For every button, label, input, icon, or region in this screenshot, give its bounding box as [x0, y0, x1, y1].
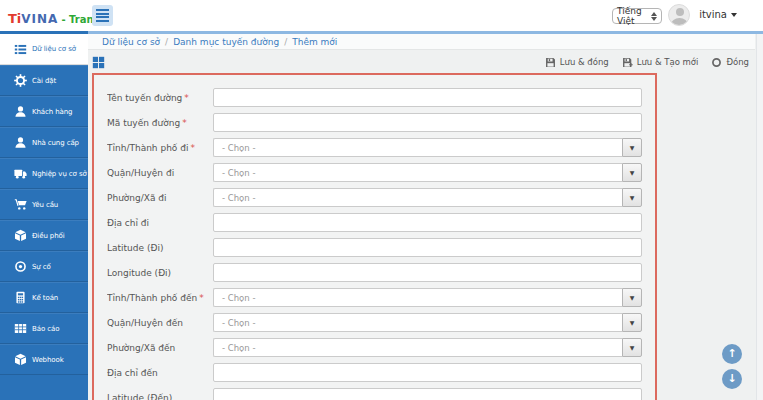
grid-icon[interactable] — [92, 56, 105, 69]
breadcrumb: Dữ liệu cơ sở/Danh mục tuyến đường/Thêm … — [88, 34, 755, 50]
sidebar-item-4[interactable]: Nghiệp vụ cơ sở — [0, 158, 88, 189]
save-new-icon — [622, 57, 633, 68]
toolbar-button-1[interactable]: Lưu & Tạo mới — [622, 57, 699, 68]
save-icon — [545, 57, 556, 68]
sidebar-item-1[interactable]: Cài đặt — [0, 65, 88, 96]
user-icon — [14, 105, 27, 118]
field-label: Địa chỉ đến — [107, 368, 213, 378]
hamburger-menu-icon[interactable] — [92, 5, 113, 26]
language-select[interactable]: Tiếng Việt — [612, 8, 662, 24]
sidebar-item-label: Sự cố — [32, 263, 51, 271]
field-select-4[interactable]: - Chọn -▼ — [213, 188, 642, 207]
select-updown-icon — [651, 12, 657, 21]
user-menu[interactable]: itvina — [699, 9, 737, 20]
field-input-5[interactable] — [213, 213, 642, 232]
select-dropdown-button[interactable]: ▼ — [622, 288, 642, 307]
required-asterisk: * — [182, 118, 187, 128]
select-dropdown-button[interactable]: ▼ — [622, 188, 642, 207]
field-select-9[interactable]: - Chọn -▼ — [213, 313, 642, 332]
sidebar-item-label: Khách hàng — [32, 108, 72, 116]
caret-down-icon — [731, 13, 737, 17]
form-row-12: Latitude (Đến) — [107, 388, 642, 400]
sidebar: Dữ liệu cơ sởCài đặtKhách hàngNhà cung c… — [0, 34, 88, 400]
required-asterisk: * — [199, 293, 204, 303]
field-select-2[interactable]: - Chọn -▼ — [213, 138, 642, 157]
toolbar-button-0[interactable]: Lưu & đóng — [545, 57, 609, 68]
field-label: Longitude (Đi) — [107, 268, 213, 278]
field-label: Latitude (Đến) — [107, 393, 213, 400]
form-row-11: Địa chỉ đến — [107, 363, 642, 382]
header-divider-left — [0, 31, 88, 34]
user-icon — [14, 136, 27, 149]
toolbar-button-2[interactable]: Đóng — [711, 57, 749, 68]
form-row-4: Phường/Xã đi- Chọn -▼ — [107, 188, 642, 207]
form-row-1: Mã tuyến đường* — [107, 113, 642, 132]
field-label: Tỉnh/Thành phố đến* — [107, 293, 213, 303]
form-row-3: Quận/Huyện đi- Chọn -▼ — [107, 163, 642, 182]
top-header: TiVINA- Trans Tiếng Việt itvina — [0, 0, 763, 31]
scroll-up-button[interactable]: ↑ — [722, 344, 742, 364]
calculator-icon — [14, 291, 27, 304]
field-input-6[interactable] — [213, 238, 642, 257]
toolbar: Lưu & đóngLưu & Tạo mớiĐóng — [92, 52, 749, 72]
sidebar-item-label: Điều phối — [32, 232, 65, 240]
select-dropdown-button[interactable]: ▼ — [622, 313, 642, 332]
avatar[interactable] — [668, 4, 690, 26]
toolbar-button-label: Lưu & đóng — [560, 57, 609, 67]
breadcrumb-item-1[interactable]: Danh mục tuyến đường — [173, 37, 279, 47]
field-label: Tỉnh/Thành phố đi* — [107, 143, 213, 153]
breadcrumb-item-2[interactable]: Thêm mới — [292, 37, 337, 47]
select-value: - Chọn - — [213, 313, 622, 332]
field-input-0[interactable] — [213, 88, 642, 107]
toolbar-button-label: Đóng — [726, 57, 749, 67]
header-divider-right — [88, 31, 763, 34]
scroll-down-button[interactable]: ↓ — [722, 369, 742, 389]
sidebar-item-10[interactable]: Webhook — [0, 344, 88, 375]
field-select-3[interactable]: - Chọn -▼ — [213, 163, 642, 182]
form-row-8: Tỉnh/Thành phố đến*- Chọn -▼ — [107, 288, 642, 307]
scrollbar[interactable] — [756, 34, 763, 400]
sidebar-item-3[interactable]: Nhà cung cấp — [0, 127, 88, 158]
sidebar-item-2[interactable]: Khách hàng — [0, 96, 88, 127]
sidebar-item-8[interactable]: Kế toán — [0, 282, 88, 313]
field-select-8[interactable]: - Chọn -▼ — [213, 288, 642, 307]
field-label: Phường/Xã đến — [107, 343, 213, 353]
field-label: Quận/Huyện đi — [107, 168, 213, 178]
sidebar-item-0[interactable]: Dữ liệu cơ sở — [0, 34, 88, 65]
sidebar-item-label: Cài đặt — [32, 77, 56, 85]
select-value: - Chọn - — [213, 288, 622, 307]
sidebar-item-5[interactable]: Yêu cầu — [0, 189, 88, 220]
sidebar-item-6[interactable]: Điều phối — [0, 220, 88, 251]
form-row-10: Phường/Xã đến- Chọn -▼ — [107, 338, 642, 357]
sidebar-item-9[interactable]: Báo cáo — [0, 313, 88, 344]
field-label: Tên tuyến đường* — [107, 93, 213, 103]
sidebar-item-label: Dữ liệu cơ sở — [32, 45, 76, 53]
field-input-7[interactable] — [213, 263, 642, 282]
field-input-11[interactable] — [213, 363, 642, 382]
sidebar-item-label: Kế toán — [32, 294, 58, 302]
sidebar-item-label: Báo cáo — [32, 325, 59, 333]
close-circle-icon — [711, 57, 722, 68]
field-select-10[interactable]: - Chọn -▼ — [213, 338, 642, 357]
select-value: - Chọn - — [213, 163, 622, 182]
select-value: - Chọn - — [213, 188, 622, 207]
form-row-0: Tên tuyến đường* — [107, 88, 642, 107]
gear-icon — [14, 74, 27, 87]
table-icon — [14, 322, 27, 335]
field-input-1[interactable] — [213, 113, 642, 132]
field-label: Mã tuyến đường* — [107, 118, 213, 128]
select-dropdown-button[interactable]: ▼ — [622, 138, 642, 157]
sidebar-item-7[interactable]: Sự cố — [0, 251, 88, 282]
field-label: Địa chỉ đi — [107, 218, 213, 228]
breadcrumb-item-0[interactable]: Dữ liệu cơ sở — [102, 37, 160, 47]
sidebar-item-label: Webhook — [32, 356, 64, 364]
select-value: - Chọn - — [213, 338, 622, 357]
select-dropdown-button[interactable]: ▼ — [622, 163, 642, 182]
field-label: Quận/Huyện đến — [107, 318, 213, 328]
form-row-7: Longitude (Đi) — [107, 263, 642, 282]
sidebar-item-label: Yêu cầu — [32, 201, 58, 209]
select-dropdown-button[interactable]: ▼ — [622, 338, 642, 357]
field-input-12[interactable] — [213, 388, 642, 400]
form-row-9: Quận/Huyện đến- Chọn -▼ — [107, 313, 642, 332]
app-logo[interactable]: TiVINA- Trans — [8, 8, 100, 27]
